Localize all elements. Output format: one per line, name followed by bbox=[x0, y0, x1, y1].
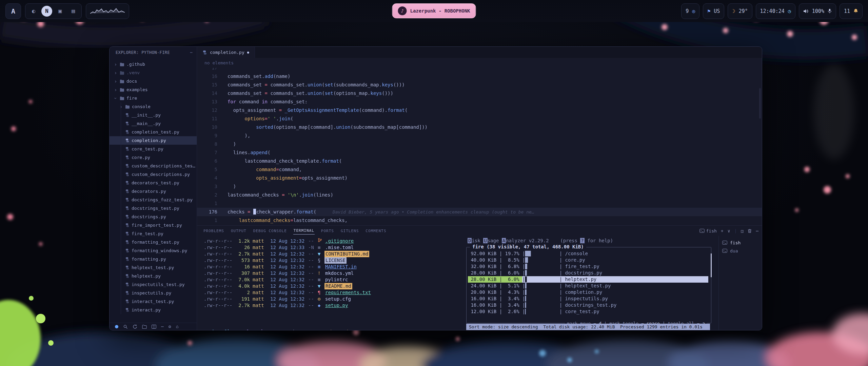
ellipsis-icon[interactable]: ⋯ bbox=[756, 228, 758, 233]
explorer-item-__init__.py[interactable]: __init__.py bbox=[110, 111, 197, 119]
explorer-item-.github[interactable]: ›.github bbox=[110, 60, 197, 68]
file-link[interactable]: setup.py bbox=[324, 302, 348, 309]
file-link[interactable]: .mise.toml bbox=[324, 244, 354, 251]
workspace-item-2[interactable]: N bbox=[41, 6, 52, 17]
explorer-item-fire_test.py[interactable]: fire_test.py bbox=[110, 229, 197, 238]
explorer-item-docstrings_test.py[interactable]: docstrings_test.py bbox=[110, 204, 197, 212]
dua-row-docstrings.py[interactable]: 28.00 KiB | 6.0% |▋ | docstrings.py bbox=[468, 270, 708, 276]
more-icon[interactable]: ⋯ bbox=[161, 324, 164, 329]
dua-row-core_test.py[interactable]: 12.00 KiB | 2.6% |▎ | core_test.py bbox=[468, 308, 708, 315]
file-link[interactable]: README.md bbox=[324, 283, 352, 289]
explorer-item-docstrings_fuzz_test.py[interactable]: docstrings_fuzz_test.py bbox=[110, 196, 197, 204]
file-link[interactable]: mkdocs.yml bbox=[324, 270, 354, 277]
weather-widget[interactable]: ☽ 29° bbox=[728, 3, 752, 19]
volume-widget[interactable]: 100% bbox=[799, 3, 836, 19]
explorer-item-__main__.py[interactable]: __main__.py bbox=[110, 119, 197, 128]
updates-widget[interactable]: 9 ◎ bbox=[681, 3, 699, 19]
explorer-item-docstrings.py[interactable]: docstrings.py bbox=[110, 212, 197, 221]
workspace-item-4[interactable]: ▤ bbox=[68, 6, 79, 17]
explorer-item-completion_test.py[interactable]: completion_test.py bbox=[110, 128, 197, 136]
file-link[interactable]: .gitignore bbox=[324, 238, 354, 244]
dua-row-inspectutils.py[interactable]: 16.00 KiB | 3.4% |▍ | inspectutils.py bbox=[468, 296, 708, 302]
git-branch-segment: master bbox=[246, 328, 269, 330]
explorer-item-interact_test.py[interactable]: interact_test.py bbox=[110, 297, 197, 306]
modified-dot-icon[interactable]: ● bbox=[247, 50, 249, 54]
breadcrumb[interactable]: no elements bbox=[197, 58, 762, 68]
terminal-listing-row: .rw-r--r--4.0kmatt12 Aug 12:32--▼README.… bbox=[204, 283, 464, 289]
explorer-item-formatting.py[interactable]: formatting.py bbox=[110, 255, 197, 263]
file-link[interactable]: pylintrc bbox=[324, 277, 348, 283]
terminal-tab-fish[interactable]: fish bbox=[719, 239, 762, 247]
dua-row-helptext.py[interactable]: 28.00 KiB | 6.0% |▋ | helptext.py bbox=[468, 276, 708, 283]
panel-tab-gitlens[interactable]: GITLENS bbox=[340, 227, 359, 235]
keyboard-layout-widget[interactable]: ⚑ US bbox=[703, 3, 724, 19]
tab-completion-py[interactable]: completion.py ● bbox=[197, 47, 255, 58]
kill-terminal-icon[interactable] bbox=[748, 229, 752, 233]
explorer-more-icon[interactable]: ⋯ bbox=[190, 50, 193, 55]
explorer-item-docs[interactable]: ›docs bbox=[110, 77, 197, 85]
sync-icon[interactable] bbox=[133, 324, 137, 329]
new-terminal-icon[interactable]: + bbox=[721, 228, 724, 233]
explorer-item-inspectutils_test.py[interactable]: inspectutils_test.py bbox=[110, 280, 197, 289]
launcher-button[interactable]: A bbox=[5, 3, 21, 19]
folder-icon[interactable] bbox=[142, 325, 147, 329]
terminal-tab-dua[interactable]: dua bbox=[719, 247, 762, 255]
explorer-item-.venv[interactable]: ›.venv bbox=[110, 68, 197, 77]
dua-row-docstrings_test.py[interactable]: 16.00 KiB | 3.4% |▍ | docstrings_test.py bbox=[468, 302, 708, 308]
system-graph-widget[interactable] bbox=[86, 3, 129, 19]
code-editor[interactable]: 17"""16commands_set.add(name)15commands_… bbox=[197, 68, 762, 225]
explorer-item-decorators.py[interactable]: decorators.py bbox=[110, 187, 197, 196]
layout-columns-icon[interactable] bbox=[152, 325, 156, 329]
home-icon[interactable]: ⌂ bbox=[176, 324, 179, 329]
media-player-widget[interactable]: ♪ Lazerpunk - ROBOPHONK bbox=[392, 3, 476, 18]
panel-tab-output[interactable]: OUTPUT bbox=[231, 227, 247, 235]
workspace-item-3[interactable]: ▣ bbox=[55, 6, 65, 17]
code-line: 1 lastcommand_checks=lastcommand_checks, bbox=[197, 216, 762, 225]
explorer-item-formatting_test.py[interactable]: formatting_test.py bbox=[110, 238, 197, 246]
dua-row-helptext_test.py[interactable]: 24.00 KiB | 5.1% |▌ | helptext_test.py bbox=[468, 283, 708, 289]
dua-scrollbar[interactable] bbox=[711, 253, 712, 277]
file-link[interactable]: LICENSE bbox=[324, 257, 347, 264]
panel-tab-problems[interactable]: PROBLEMS bbox=[203, 227, 224, 235]
panel-tab-debug-console[interactable]: DEBUG CONSOLE bbox=[253, 227, 287, 235]
explorer-item-core_test.py[interactable]: core_test.py bbox=[110, 145, 197, 153]
editor-scrollbar[interactable] bbox=[759, 88, 761, 119]
explorer-item-fire[interactable]: ›fire bbox=[110, 94, 197, 102]
explorer-item-examples[interactable]: ›examples bbox=[110, 85, 197, 94]
explorer-item-inspectutils.py[interactable]: inspectutils.py bbox=[110, 289, 197, 297]
dua-row-fire_test.py[interactable]: 32.00 KiB | 6.8% |▊ | fire_test.py bbox=[468, 263, 708, 270]
split-terminal-icon[interactable]: ◫ bbox=[741, 228, 744, 233]
dua-row-completion.py[interactable]: 20.00 KiB | 4.3% |▌ | completion.py bbox=[468, 289, 708, 296]
explorer-item-helptext.py[interactable]: helptext.py bbox=[110, 272, 197, 280]
chevron-down-icon[interactable]: ∨ bbox=[728, 228, 730, 233]
gear-icon[interactable]: ⚙ bbox=[169, 324, 171, 329]
explorer-item-helptext_test.py[interactable]: helptext_test.py bbox=[110, 263, 197, 272]
terminal-fish[interactable]: .rw-r--r--1.2kmatt12 Aug 12:32--.gitigno… bbox=[197, 236, 464, 330]
workspace-item-1[interactable]: ◐ bbox=[28, 6, 39, 17]
explorer-item-custom_descriptions.py[interactable]: custom_descriptions.py bbox=[110, 170, 197, 179]
dua-row-core.py[interactable]: 40.00 KiB | 8.5% |█ | core.py bbox=[468, 257, 708, 263]
account-badge-icon[interactable] bbox=[115, 325, 118, 328]
file-link[interactable]: requirements.txt bbox=[324, 289, 371, 296]
panel-tab-terminal[interactable]: TERMINAL bbox=[293, 227, 315, 235]
explorer-item-completion.py[interactable]: completion.py bbox=[110, 136, 197, 145]
explorer-item-decorators_test.py[interactable]: decorators_test.py bbox=[110, 179, 197, 187]
search-icon[interactable] bbox=[123, 324, 128, 329]
notifications-widget[interactable]: 11 bbox=[840, 3, 863, 19]
file-link[interactable]: setup.cfg bbox=[324, 296, 351, 302]
explorer-item-core.py[interactable]: core.py bbox=[110, 153, 197, 162]
file-link[interactable]: MANIFEST.in bbox=[324, 264, 357, 270]
dua-row-console[interactable]: 92.00 KiB | 19.7% |██ | /console bbox=[468, 250, 708, 257]
terminal-profile-button[interactable]: fish bbox=[699, 228, 717, 233]
explorer-item-formatting_windows.py[interactable]: formatting_windows.py bbox=[110, 246, 197, 255]
explorer-item-custom_descriptions_test.py[interactable]: custom_descriptions_test.py bbox=[110, 162, 197, 170]
explorer-item-console[interactable]: ›console bbox=[110, 102, 197, 111]
explorer-item-fire_import_test.py[interactable]: fire_import_test.py bbox=[110, 221, 197, 229]
panel-tab-ports[interactable]: PORTS bbox=[321, 227, 334, 235]
explorer-item-interact.py[interactable]: interact.py bbox=[110, 306, 197, 314]
clock-widget[interactable]: 12:40:24 ◷ bbox=[756, 3, 795, 19]
dua-pane[interactable]: Disk Usage Analyzer v2.29.2 (press ? for… bbox=[464, 236, 713, 330]
panel-tab-comments[interactable]: COMMENTS bbox=[365, 227, 387, 235]
file-link[interactable]: CONTRIBUTING.md bbox=[324, 251, 369, 257]
shell-prompt: python-fire on master ? 1 ✓ via ◓ v3.12.… bbox=[204, 315, 464, 330]
